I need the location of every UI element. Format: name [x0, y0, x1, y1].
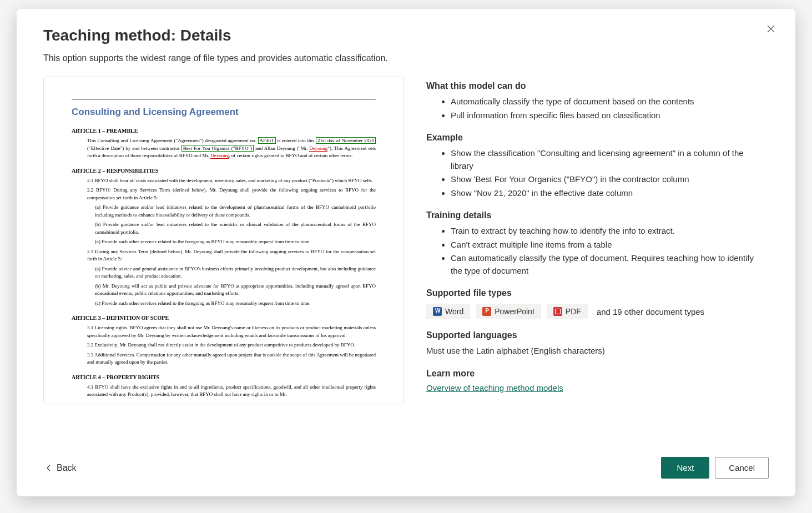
what-list: Automatically classify the type of docum… [426, 95, 758, 122]
training-heading: Training details [426, 210, 758, 220]
back-button[interactable]: Back [43, 460, 79, 476]
teaching-method-modal: Teaching method: Details This option sup… [17, 9, 795, 496]
example-heading: Example [426, 133, 758, 143]
file-label: Word [445, 307, 463, 316]
doc-preamble-text: ("Effective Date") by and between contra… [87, 145, 181, 151]
doc-clause: 2.1 BFYO shall bear all costs associated… [72, 177, 376, 185]
list-item: Show 'Best For Your Organics ("BFYO") in… [451, 173, 758, 186]
word-icon [433, 307, 442, 316]
modal-header: Teaching method: Details This option sup… [17, 9, 795, 63]
learnmore-link[interactable]: Overview of teaching method models [426, 383, 563, 393]
list-item: Show the classification "Consulting and … [451, 147, 758, 172]
file-label: PowerPoint [495, 307, 534, 316]
doc-clause: 3.1 Licensing rights. BFYO agrees that t… [72, 324, 376, 339]
doc-clause: 2.2 BFYO: During any Services Term (defi… [72, 187, 376, 202]
close-icon [766, 24, 775, 33]
learnmore-heading: Learn more [426, 369, 758, 379]
modal-footer: Back Next Cancel [17, 444, 795, 496]
doc-clause: 3.2 Exclusivity. Mr. Deyoung shall not d… [72, 341, 376, 349]
doc-preamble-text: and Allan Deyoung ("Mr. [254, 145, 309, 151]
doc-clause: 4.1 BFYO shall have the exclusive rights… [72, 384, 376, 399]
list-item: Automatically classify the type of docum… [451, 95, 758, 108]
doc-article2-heading: ARTICLE 2 – RESPONSIBILITIES [72, 168, 376, 174]
file-badge-word: Word [426, 304, 470, 319]
doc-subclause: (b) Mr. Deyoung will act as public and p… [72, 283, 376, 298]
doc-highlight-agreement-no: AF46T [258, 137, 276, 144]
doc-preamble: This Consulting and Licensing Agreement … [72, 137, 376, 160]
list-item: Can automatically classify the type of d… [451, 252, 758, 277]
what-heading: What this model can do [426, 81, 758, 91]
filetypes-heading: Supported file types [426, 288, 758, 298]
list-item: Can't extract multiple line items from a… [451, 239, 758, 252]
back-label: Back [57, 463, 77, 473]
example-list: Show the classification "Consulting and … [426, 147, 758, 199]
doc-highlight-contractor: Best For You Organics ("BFYO") [181, 145, 254, 152]
doc-title: Consulting and Licensing Agreement [72, 107, 376, 118]
doc-article3-heading: ARTICLE 3 – DEFINITION OF SCOPE [72, 315, 376, 321]
languages-heading: Supported languages [426, 330, 758, 340]
next-button[interactable]: Next [661, 457, 709, 479]
close-button[interactable] [762, 20, 780, 40]
doc-subclause: (c) Provide such other services related … [72, 300, 376, 308]
doc-article4-heading: ARTICLE 4 – PROPERTY RIGHTS [72, 374, 376, 380]
file-types-row: Word PowerPoint PDF and 19 other documen… [426, 304, 758, 319]
doc-subclause: (c) Provide such other services related … [72, 238, 376, 246]
pdf-icon [553, 307, 562, 316]
doc-divider [72, 99, 376, 100]
powerpoint-icon [482, 307, 491, 316]
doc-preamble-text: , of certain rights granted to BFYO and … [229, 153, 352, 158]
doc-subclause: (b) Provide guidance and/or lead initiat… [72, 221, 376, 236]
file-types-more: and 19 other document types [597, 307, 704, 316]
training-list: Train to extract by teaching how to iden… [426, 225, 758, 277]
cancel-button[interactable]: Cancel [715, 457, 769, 479]
doc-subclause: (a) Provide advice and general assistanc… [72, 265, 376, 280]
doc-preamble-text: is entered into this [276, 138, 316, 143]
file-label: PDF [566, 307, 581, 316]
file-badge-pdf: PDF [547, 304, 588, 319]
footer-actions: Next Cancel [661, 457, 769, 479]
doc-redline-name: Deyoung [309, 145, 327, 152]
chevron-left-icon [46, 465, 52, 471]
modal-body: Consulting and Licensing Agreement ARTIC… [17, 63, 795, 444]
document-preview[interactable]: Consulting and Licensing Agreement ARTIC… [43, 77, 404, 404]
doc-redline-name: Deyoung [210, 153, 229, 159]
doc-clause: 2.3 During any Services Term (defined be… [72, 248, 376, 263]
modal-subtitle: This option supports the widest range of… [43, 53, 769, 63]
doc-clause: 3.3 Additional Services. Compensation fo… [72, 351, 376, 366]
list-item: Pull information from specific files bas… [451, 109, 758, 122]
doc-preamble-text: This Consulting and Licensing Agreement … [87, 138, 258, 143]
languages-text: Must use the Latin alphabet (English cha… [426, 345, 758, 358]
doc-highlight-date: 21st day of November 2020 [316, 137, 376, 144]
doc-article1-heading: ARTICLE 1 – PREAMBLE [72, 128, 376, 134]
doc-subclause: (a) Provide guidance and/or lead initiat… [72, 204, 376, 219]
modal-title: Teaching method: Details [43, 27, 769, 44]
info-panel: What this model can do Automatically cla… [426, 77, 769, 404]
list-item: Show "Nov 21, 2020" in the effective dat… [451, 187, 758, 200]
list-item: Train to extract by teaching how to iden… [451, 225, 758, 238]
file-badge-powerpoint: PowerPoint [476, 304, 541, 319]
